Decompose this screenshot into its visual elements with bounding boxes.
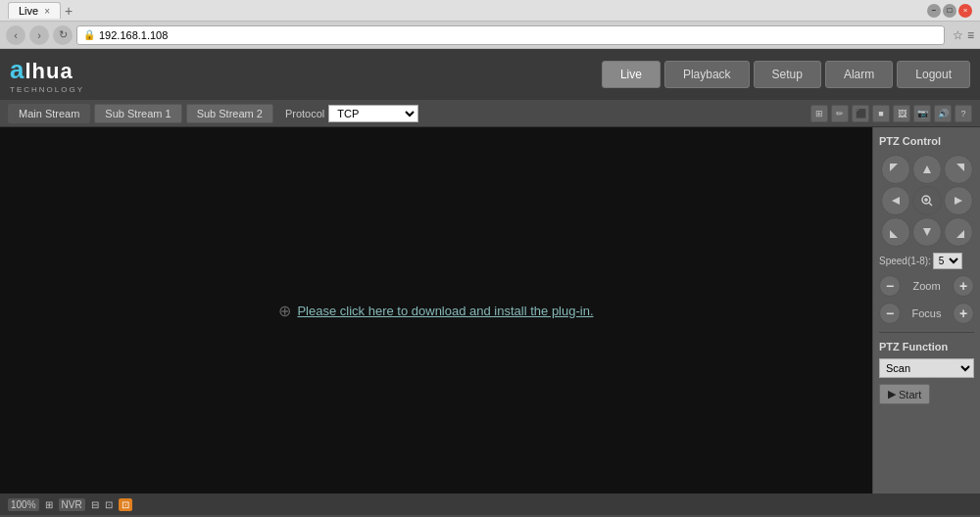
nav-playback-button[interactable]: Playback [664, 61, 750, 88]
record-icon[interactable]: ■ [872, 105, 890, 122]
svg-marker-10 [923, 228, 931, 236]
plugin-icon: ⊕ [278, 302, 291, 320]
win-maximize-button[interactable]: □ [943, 4, 956, 18]
logo-a: a [10, 55, 24, 85]
bottom-nvr-label: NVR [59, 498, 85, 511]
browser-nav-bar: ‹ › ↻ 🔒 192.168.1.108 ☆ ≡ [0, 22, 980, 49]
address-icon: 🔒 [83, 29, 95, 40]
logo-text: a lhua [10, 55, 84, 85]
zoom-label: Zoom [905, 280, 949, 292]
tab-title: Live [19, 5, 38, 17]
focus-label: Focus [905, 307, 949, 319]
ptz-left-button[interactable] [881, 186, 910, 215]
ptz-focus-row: − Focus + [879, 303, 974, 324]
ptz-speed-row: Speed(1-8): 5 [879, 253, 974, 269]
sub-stream1-button[interactable]: Sub Stream 1 [94, 104, 181, 123]
toolbar-icons: ⊞ ✏ ⬛ ■ 🖼 📷 🔊 ? [810, 105, 972, 122]
bottom-icon-3[interactable]: ⊡ [105, 499, 113, 510]
nav-setup-button[interactable]: Setup [754, 61, 821, 88]
ptz-panel: PTZ Control [872, 127, 980, 494]
bookmark-icon[interactable]: ☆ [953, 28, 963, 42]
ptz-direction-controls [879, 155, 974, 247]
bottom-icon-4[interactable]: ⊡ [119, 498, 132, 511]
app-header: a lhua TECHNOLOGY Live Playback Setup Al… [0, 49, 980, 100]
win-close-button[interactable]: × [958, 4, 972, 18]
app-container: a lhua TECHNOLOGY Live Playback Setup Al… [0, 49, 980, 515]
main-content: ⊕ Please click here to download and inst… [0, 127, 980, 494]
ptz-down-right-button[interactable] [944, 217, 973, 247]
fit-screen-icon[interactable]: ⊞ [810, 105, 828, 122]
ptz-function-title: PTZ Function [879, 341, 974, 352]
protocol-label: Protocol [285, 108, 324, 119]
speed-select[interactable]: 5 [933, 253, 962, 269]
snapshot-icon[interactable]: ⬛ [852, 105, 869, 122]
svg-marker-11 [956, 230, 964, 238]
logo-subtitle: TECHNOLOGY [10, 85, 84, 94]
header-nav: Live Playback Setup Alarm Logout [602, 61, 970, 88]
start-label: Start [899, 389, 921, 400]
svg-marker-9 [890, 230, 898, 238]
address-text: 192.168.1.108 [99, 29, 168, 41]
ptz-divider [879, 332, 974, 333]
ptz-start-button[interactable]: ▶ Start [879, 384, 930, 404]
zoom-level: 100% [8, 498, 39, 511]
help-icon[interactable]: ? [955, 105, 972, 122]
local-record-icon[interactable]: ✏ [831, 105, 849, 122]
camera-icon[interactable]: 📷 [913, 105, 931, 122]
nav-live-button[interactable]: Live [602, 61, 661, 88]
win-minimize-button[interactable]: − [927, 4, 941, 18]
ptz-zoom-row: − Zoom + [879, 275, 974, 297]
photo-icon[interactable]: 🖼 [893, 105, 910, 122]
browser-tab[interactable]: Live × [8, 2, 61, 19]
ptz-zoom-in-button[interactable] [912, 186, 942, 215]
main-stream-button[interactable]: Main Stream [8, 104, 90, 123]
browser-action-icons: ☆ ≡ [953, 28, 974, 42]
plugin-link[interactable]: Please click here to download and instal… [297, 304, 593, 318]
ptz-function-select[interactable]: Scan Preset Tour Pattern Border [879, 358, 974, 378]
toolbar: Main Stream Sub Stream 1 Sub Stream 2 Pr… [0, 100, 980, 127]
play-icon: ▶ [888, 388, 896, 400]
forward-button[interactable]: › [29, 25, 49, 45]
logo: a lhua TECHNOLOGY [10, 55, 84, 94]
bottom-icon-1[interactable]: ⊞ [45, 499, 53, 510]
svg-line-7 [929, 203, 932, 206]
bottom-icon-2[interactable]: ⊟ [91, 499, 99, 510]
ptz-down-left-button[interactable] [881, 217, 910, 247]
protocol-select[interactable]: TCP UDP MULTICAST [328, 105, 418, 122]
focus-minus-button[interactable]: − [879, 303, 901, 324]
audio-icon[interactable]: 🔊 [934, 105, 952, 122]
tab-close-button[interactable]: × [44, 6, 50, 17]
focus-plus-button[interactable]: + [953, 303, 974, 324]
svg-marker-0 [890, 164, 898, 171]
menu-icon[interactable]: ≡ [967, 28, 974, 42]
ptz-title: PTZ Control [879, 135, 974, 147]
zoom-minus-button[interactable]: − [879, 275, 901, 297]
ptz-up-left-button[interactable] [881, 155, 910, 184]
zoom-plus-button[interactable]: + [953, 275, 974, 297]
speed-label: Speed(1-8): [879, 256, 931, 266]
address-bar[interactable]: 🔒 192.168.1.108 [76, 25, 945, 45]
svg-marker-2 [956, 164, 964, 171]
svg-marker-8 [955, 197, 962, 205]
video-area: ⊕ Please click here to download and inst… [0, 127, 872, 494]
plugin-message: ⊕ Please click here to download and inst… [278, 302, 593, 320]
new-tab-button[interactable]: + [65, 3, 73, 19]
nav-logout-button[interactable]: Logout [897, 61, 970, 88]
reload-button[interactable]: ↻ [53, 25, 73, 45]
ptz-right-button[interactable] [944, 186, 973, 215]
ptz-up-right-button[interactable] [944, 155, 973, 184]
nav-alarm-button[interactable]: Alarm [825, 61, 893, 88]
bottom-bar: 100% ⊞ NVR ⊟ ⊡ ⊡ [0, 494, 980, 515]
svg-marker-3 [892, 197, 900, 205]
logo-brand: lhua [24, 59, 73, 84]
ptz-up-button[interactable] [912, 155, 942, 184]
ptz-down-button[interactable] [912, 217, 942, 247]
sub-stream2-button[interactable]: Sub Stream 2 [186, 104, 273, 123]
svg-marker-1 [923, 165, 931, 173]
back-button[interactable]: ‹ [6, 25, 25, 45]
browser-tab-bar: Live × + − □ × [0, 0, 980, 22]
